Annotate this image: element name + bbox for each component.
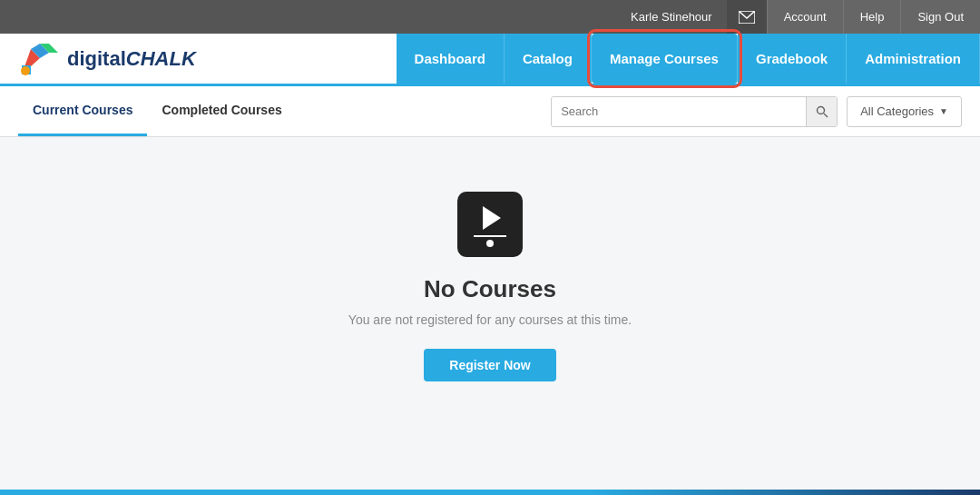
- svg-line-7: [824, 114, 828, 117]
- logo-icon: [18, 40, 62, 78]
- search-input[interactable]: [552, 97, 806, 126]
- top-bar: Karle Stinehour Account Help Sign Out: [0, 0, 980, 34]
- play-icon: [483, 206, 501, 230]
- nav-dashboard[interactable]: Dashboard: [397, 34, 505, 84]
- sub-header: Current Courses Completed Courses All Ca…: [0, 86, 980, 137]
- search-area: All Categories ▼: [551, 96, 962, 127]
- mail-icon: [739, 11, 755, 24]
- projector-dot: [486, 240, 494, 247]
- video-player-icon: [457, 192, 523, 257]
- svg-point-6: [817, 106, 824, 114]
- register-now-button[interactable]: Register Now: [424, 349, 555, 381]
- bottom-stripe: [0, 490, 980, 495]
- nav-administration[interactable]: Administration: [847, 34, 980, 84]
- svg-point-5: [21, 66, 30, 75]
- tab-completed-courses[interactable]: Completed Courses: [147, 86, 296, 136]
- search-button[interactable]: [806, 97, 837, 126]
- username: Karle Stinehour: [631, 10, 727, 24]
- categories-dropdown[interactable]: All Categories ▼: [847, 96, 962, 127]
- logo: digitalCHALK: [18, 40, 196, 78]
- logo-text: digitalCHALK: [67, 47, 196, 71]
- help-link[interactable]: Help: [843, 0, 901, 34]
- nav-manage-courses[interactable]: Manage Courses: [592, 34, 738, 84]
- sub-tabs: Current Courses Completed Courses: [18, 86, 297, 136]
- nav-catalog[interactable]: Catalog: [505, 34, 592, 84]
- main-content: No Courses You are not registered for an…: [0, 137, 980, 490]
- mail-button[interactable]: [727, 0, 767, 34]
- main-nav: Dashboard Catalog Manage Courses Gradebo…: [397, 34, 980, 84]
- projector-line: [474, 235, 506, 237]
- categories-label: All Categories: [860, 104, 934, 118]
- tab-current-courses[interactable]: Current Courses: [18, 86, 147, 136]
- no-courses-title: No Courses: [424, 275, 556, 303]
- search-wrapper: [551, 96, 838, 127]
- search-icon: [816, 105, 828, 118]
- no-courses-subtitle: You are not registered for any courses a…: [348, 312, 632, 327]
- top-bar-actions: Account Help Sign Out: [727, 0, 980, 34]
- chevron-down-icon: ▼: [939, 106, 948, 116]
- signout-link[interactable]: Sign Out: [900, 0, 980, 34]
- account-link[interactable]: Account: [767, 0, 843, 34]
- header: digitalCHALK Dashboard Catalog Manage Co…: [0, 34, 980, 86]
- nav-gradebook[interactable]: Gradebook: [738, 34, 847, 84]
